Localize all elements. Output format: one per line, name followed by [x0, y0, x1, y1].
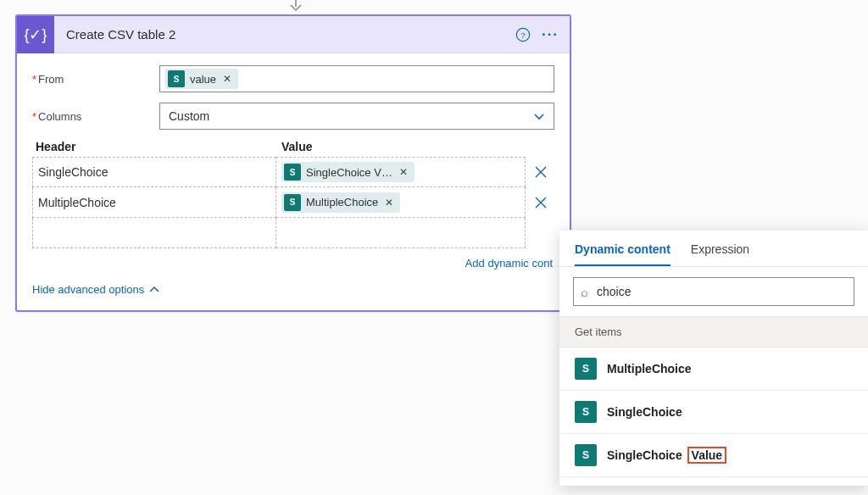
- value-heading: Value: [276, 140, 554, 153]
- dynamic-content-list: S MultipleChoice S SingleChoice S Single…: [559, 348, 868, 486]
- field-from: *From S value ✕: [32, 65, 554, 92]
- sharepoint-icon: S: [168, 70, 185, 87]
- sharepoint-icon: S: [284, 164, 301, 181]
- item-label: SingleChoice: [607, 405, 682, 419]
- header-cell[interactable]: [32, 218, 276, 248]
- search-input[interactable]: [595, 284, 847, 299]
- columns-label: *Columns: [32, 110, 159, 123]
- header-heading: Header: [32, 140, 276, 153]
- sharepoint-icon: S: [284, 194, 301, 211]
- delete-row-button[interactable]: [526, 157, 556, 187]
- columns-select[interactable]: Custom: [159, 103, 554, 130]
- action-card-body: *From S value ✕ *Columns Custom: [17, 53, 570, 310]
- delete-row-button[interactable]: [526, 187, 556, 218]
- table-row: MultipleChoice S MultipleChoice ✕: [32, 187, 554, 218]
- required-marker: *: [32, 73, 36, 86]
- list-item-multiplechoice[interactable]: S MultipleChoice: [559, 348, 868, 391]
- tab-expression[interactable]: Expression: [691, 242, 749, 266]
- table-row-empty: [32, 218, 554, 248]
- remove-token-icon[interactable]: ✕: [221, 73, 233, 85]
- value-cell[interactable]: S SingleChoice V… ✕: [276, 157, 526, 187]
- dynamic-content-tabs: Dynamic content Expression: [559, 231, 868, 267]
- token-label: value: [190, 73, 216, 86]
- value-cell[interactable]: [276, 218, 526, 248]
- connector-arrow-top: [288, 0, 303, 12]
- remove-token-icon[interactable]: ✕: [398, 166, 409, 178]
- list-item-singlechoice[interactable]: S SingleChoice: [559, 391, 868, 434]
- more-icon[interactable]: ···: [539, 24, 561, 46]
- remove-token-icon[interactable]: ✕: [383, 197, 395, 209]
- list-item-singlechoice-value[interactable]: S SingleChoice Value: [559, 434, 868, 477]
- dynamic-content-panel: Dynamic content Expression ⌕ Get items S…: [559, 230, 868, 486]
- item-label: SingleChoice Value: [607, 448, 726, 462]
- token-multiplechoice[interactable]: S MultipleChoice ✕: [281, 192, 400, 213]
- table-row: SingleChoice S SingleChoice V… ✕: [32, 157, 554, 187]
- columns-table-header: Header Value: [32, 140, 554, 153]
- action-card-header[interactable]: {✓} Create CSV table 2 ? ···: [17, 16, 570, 53]
- search-input-container[interactable]: ⌕: [573, 277, 854, 306]
- token-singlechoice-value[interactable]: S SingleChoice V… ✕: [281, 162, 415, 182]
- value-cell[interactable]: S MultipleChoice ✕: [276, 187, 526, 218]
- section-get-items: Get items: [559, 316, 868, 348]
- chevron-down-icon: [533, 111, 545, 125]
- from-label: *From: [32, 73, 159, 86]
- item-label: MultipleChoice: [607, 362, 692, 375]
- action-title: Create CSV table 2: [54, 27, 507, 42]
- columns-table: SingleChoice S SingleChoice V… ✕ Multipl…: [32, 157, 554, 248]
- required-marker: *: [32, 110, 36, 123]
- header-cell[interactable]: MultipleChoice: [32, 187, 276, 218]
- help-icon[interactable]: ?: [512, 24, 534, 46]
- sharepoint-icon: S: [575, 401, 597, 423]
- add-dynamic-content-link[interactable]: Add dynamic cont: [32, 257, 554, 270]
- search-wrap: ⌕: [559, 267, 868, 316]
- chevron-up-icon: [149, 285, 159, 295]
- header-cell[interactable]: SingleChoice: [32, 157, 276, 187]
- from-input[interactable]: S value ✕: [159, 65, 554, 92]
- hide-advanced-options-toggle[interactable]: Hide advanced options: [32, 283, 159, 296]
- token-label: SingleChoice V…: [306, 166, 392, 179]
- svg-text:?: ?: [520, 30, 526, 39]
- columns-value: Custom: [169, 109, 209, 123]
- data-operations-icon: {✓}: [17, 16, 54, 53]
- token-label: MultipleChoice: [306, 196, 378, 209]
- sharepoint-icon: S: [575, 358, 597, 380]
- field-columns: *Columns Custom: [32, 103, 554, 130]
- token-value[interactable]: S value ✕: [165, 69, 238, 89]
- highlight-box: Value: [687, 447, 727, 464]
- action-card-create-csv-table[interactable]: {✓} Create CSV table 2 ? ··· *From S val…: [15, 14, 571, 312]
- tab-dynamic-content[interactable]: Dynamic content: [575, 242, 670, 266]
- search-icon: ⌕: [581, 285, 588, 299]
- sharepoint-icon: S: [575, 444, 597, 466]
